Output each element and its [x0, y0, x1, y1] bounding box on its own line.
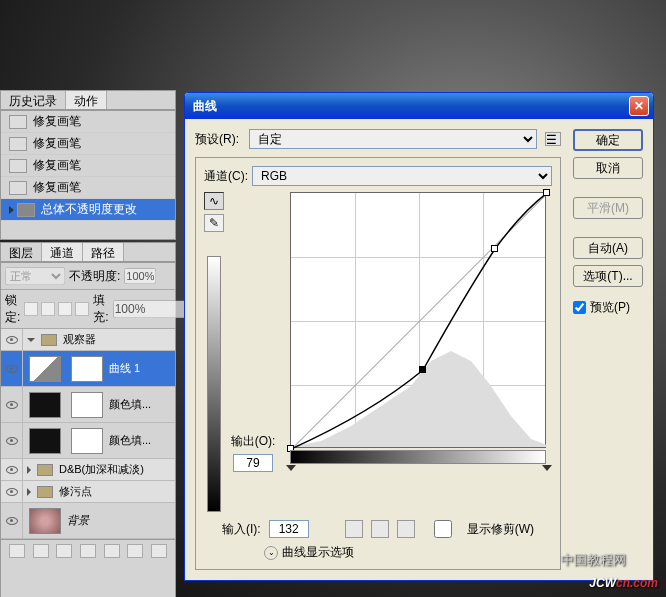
layers-top-controls: 正常 不透明度:: [1, 263, 175, 290]
layer-mask-thumb[interactable]: [71, 392, 103, 418]
lock-position-icon[interactable]: [58, 302, 72, 316]
smooth-button: 平滑(M): [573, 197, 643, 219]
visibility-toggle[interactable]: [1, 387, 23, 422]
trash-button[interactable]: [151, 544, 167, 558]
preset-select[interactable]: 自定: [249, 129, 537, 149]
brush-icon: [9, 115, 27, 129]
layer-group-dodgeburn[interactable]: D&B(加深和减淡): [1, 459, 175, 481]
history-item-selected[interactable]: 总体不透明度更改: [1, 199, 175, 221]
visibility-toggle[interactable]: [1, 459, 23, 480]
tab-history[interactable]: 历史记录: [1, 91, 66, 109]
curve-point-white[interactable]: [543, 189, 550, 196]
ok-button[interactable]: 确定: [573, 129, 643, 151]
channel-row: 通道(C): RGB: [204, 166, 552, 186]
display-options-label: 曲线显示选项: [282, 544, 354, 561]
curve-path: [291, 193, 547, 449]
color-thumb[interactable]: [29, 392, 61, 418]
lock-all-icon[interactable]: [75, 302, 89, 316]
gray-eyedropper[interactable]: [371, 520, 389, 538]
side-panels: 历史记录 动作 修复画笔 修复画笔 修复画笔 修复画笔 总体不透明度更改 图层 …: [0, 90, 176, 597]
watermark-brand: JCWcn.com: [589, 567, 658, 593]
black-eyedropper[interactable]: [345, 520, 363, 538]
layer-background[interactable]: 背景: [1, 503, 175, 539]
lock-transparent-icon[interactable]: [24, 302, 38, 316]
dialog-titlebar[interactable]: 曲线 ✕: [185, 93, 653, 119]
curve-area: 通道(C): RGB ∿ ✎ 输出(O):: [195, 157, 561, 570]
preset-menu-icon[interactable]: ☰: [545, 132, 561, 146]
layer-mask-thumb[interactable]: [71, 356, 103, 382]
show-clipping: 显示修剪(W): [423, 520, 534, 538]
curve-point[interactable]: [491, 245, 498, 252]
color-thumb[interactable]: [29, 428, 61, 454]
black-point-marker[interactable]: [286, 465, 296, 471]
layer-group-observer[interactable]: 观察器: [1, 329, 175, 351]
cancel-button[interactable]: 取消: [573, 157, 643, 179]
history-item[interactable]: 修复画笔: [1, 111, 175, 133]
lock-pixels-icon[interactable]: [41, 302, 55, 316]
pencil-curve-tool[interactable]: ✎: [204, 214, 224, 232]
brush-icon: [9, 181, 27, 195]
white-eyedropper[interactable]: [397, 520, 415, 538]
blend-mode-select[interactable]: 正常: [5, 267, 65, 285]
preset-row: 预设(R): 自定 ☰: [195, 129, 561, 149]
auto-button[interactable]: 自动(A): [573, 237, 643, 259]
visibility-toggle[interactable]: [1, 423, 23, 458]
visibility-toggle[interactable]: [1, 351, 23, 386]
new-layer-button[interactable]: [127, 544, 143, 558]
folder-icon: [41, 334, 57, 346]
visibility-toggle[interactable]: [1, 503, 23, 538]
layers-bottom-toolbar: [1, 539, 175, 562]
collapse-arrow-icon[interactable]: [27, 488, 31, 496]
group-button[interactable]: [104, 544, 120, 558]
layer-curves-selected[interactable]: 曲线 1: [1, 351, 175, 387]
channel-select[interactable]: RGB: [252, 166, 552, 186]
eye-icon: [6, 401, 18, 409]
close-button[interactable]: ✕: [629, 96, 649, 116]
curves-dialog: 曲线 ✕ 预设(R): 自定 ☰ 通道(C): RGB ∿ ✎: [184, 92, 654, 581]
output-column: 输出(O):: [226, 192, 280, 512]
curve-row: ∿ ✎ 输出(O):: [204, 192, 552, 512]
background-thumb[interactable]: [29, 508, 61, 534]
history-item[interactable]: 修复画笔: [1, 155, 175, 177]
input-input[interactable]: [269, 520, 309, 538]
curve-graph[interactable]: [290, 192, 546, 448]
tab-actions[interactable]: 动作: [66, 91, 107, 109]
curve-point-selected[interactable]: [419, 366, 426, 373]
options-button[interactable]: 选项(T)...: [573, 265, 643, 287]
show-clipping-checkbox[interactable]: [423, 520, 463, 538]
visibility-toggle[interactable]: [1, 329, 23, 350]
eye-icon: [6, 488, 18, 496]
dialog-body: 预设(R): 自定 ☰ 通道(C): RGB ∿ ✎ 输出(O):: [185, 119, 653, 580]
tab-channels[interactable]: 通道: [42, 243, 83, 261]
layer-mask-thumb[interactable]: [71, 428, 103, 454]
fx-button[interactable]: [33, 544, 49, 558]
point-curve-tool[interactable]: ∿: [204, 192, 224, 210]
mask-button[interactable]: [56, 544, 72, 558]
history-label: 修复画笔: [33, 113, 81, 130]
output-input[interactable]: [233, 454, 273, 472]
layers-panel: 正常 不透明度: 锁定: 填充: 观察器 曲线 1: [0, 262, 176, 597]
curve-display-options-row[interactable]: ⌄ 曲线显示选项: [204, 544, 552, 561]
visibility-toggle[interactable]: [1, 481, 23, 502]
expand-arrow-icon[interactable]: [27, 338, 35, 342]
link-button[interactable]: [9, 544, 25, 558]
tab-layers[interactable]: 图层: [1, 243, 42, 261]
opacity-input[interactable]: [124, 268, 156, 284]
history-label: 修复画笔: [33, 157, 81, 174]
layer-name: D&B(加深和减淡): [59, 462, 144, 477]
layer-colorfill-2[interactable]: 颜色填...: [1, 423, 175, 459]
dialog-right-panel: 确定 取消 平滑(M) 自动(A) 选项(T)... 预览(P): [573, 129, 643, 570]
collapse-arrow-icon[interactable]: [27, 466, 31, 474]
history-item[interactable]: 修复画笔: [1, 177, 175, 199]
layer-group-spotfix[interactable]: 修污点: [1, 481, 175, 503]
tab-paths[interactable]: 路径: [83, 243, 124, 261]
preview-checkbox[interactable]: [573, 301, 586, 314]
white-point-marker[interactable]: [542, 465, 552, 471]
adjustment-thumb[interactable]: [29, 356, 61, 382]
brush-icon: [9, 159, 27, 173]
history-item[interactable]: 修复画笔: [1, 133, 175, 155]
dialog-title: 曲线: [189, 98, 629, 115]
layer-colorfill[interactable]: 颜色填...: [1, 387, 175, 423]
vertical-gradient: [207, 256, 221, 512]
adjustment-button[interactable]: [80, 544, 96, 558]
